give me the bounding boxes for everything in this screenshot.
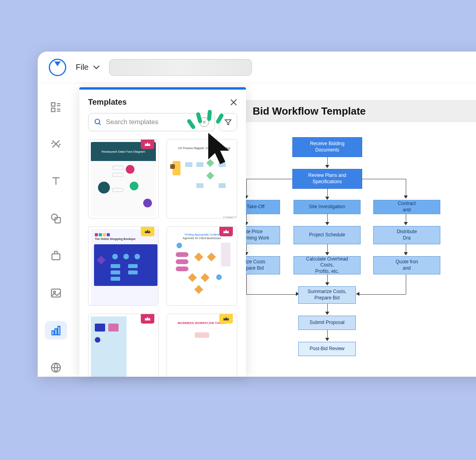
svg-rect-9	[55, 218, 61, 223]
flow-node: Review Plans and Specifications	[292, 169, 362, 189]
canvas-title: Bid Workflow Template	[253, 105, 366, 117]
flow-node: Submit Proposal	[298, 316, 356, 330]
panel-title: Templates	[88, 98, 127, 107]
flow-node: Summarize Costs,Prepare Bid	[298, 286, 356, 304]
search-icon	[94, 118, 102, 126]
sidebar-shapes-icon[interactable]	[45, 209, 67, 228]
svg-rect-10	[52, 254, 60, 260]
svg-rect-0	[52, 103, 55, 106]
flowchart: Receive Bidding Documents Review Plans a…	[209, 137, 476, 377]
flow-node: Contractand	[373, 200, 440, 214]
flow-node: Post-Bid Review	[298, 342, 356, 356]
svg-line-18	[99, 123, 101, 125]
premium-badge-icon	[141, 227, 154, 236]
svg-rect-13	[52, 331, 54, 335]
flow-node: Quote fronand	[373, 256, 440, 274]
flow-node: Calculate Overhead Costs,Profits, etc.	[294, 256, 361, 274]
sidebar-image-icon[interactable]	[45, 284, 67, 302]
close-icon[interactable]	[230, 99, 237, 106]
template-card[interactable]: Finding Appropriate Content Agencies for…	[167, 226, 237, 306]
template-card[interactable]: BUSINESS WORKFLOW CHART	[167, 314, 237, 377]
premium-badge-icon	[141, 140, 154, 149]
svg-point-12	[54, 291, 56, 293]
svg-rect-15	[58, 326, 60, 335]
sidebar-text-icon[interactable]	[45, 172, 67, 190]
sidebar-globe-icon[interactable]	[45, 358, 67, 377]
topbar: File	[38, 52, 476, 83]
sidebar-chart-icon[interactable]	[45, 321, 67, 339]
clear-search-icon[interactable]: ✕	[200, 117, 209, 127]
flow-node: Site Investigation	[294, 200, 361, 214]
template-grid: Restaurant Data Flow Diagram UX Process …	[79, 139, 246, 377]
svg-rect-14	[55, 329, 57, 335]
svg-point-17	[95, 119, 100, 124]
document-title-input[interactable]	[109, 59, 252, 76]
search-row: ✕	[79, 113, 246, 139]
premium-badge-icon	[141, 314, 154, 324]
chevron-down-icon	[93, 65, 100, 69]
filter-button[interactable]	[219, 113, 237, 131]
canvas-title-bar: Bid Workflow Template	[209, 100, 476, 122]
search-box[interactable]: ✕	[88, 113, 215, 131]
file-menu[interactable]: File	[76, 63, 100, 72]
flow-node: Receive Bidding Documents	[292, 137, 362, 157]
svg-rect-3	[52, 108, 55, 112]
template-card[interactable]: Restaurant Data Flow Diagram	[88, 139, 159, 218]
premium-badge-icon	[219, 314, 233, 324]
flow-node: Project Schedule	[294, 226, 361, 244]
template-card[interactable]: The Online Shopping Boutique	[88, 226, 159, 306]
app-logo-icon[interactable]	[49, 59, 66, 76]
sidebar-business-icon[interactable]	[45, 247, 67, 265]
flow-node: DistributeDra	[373, 226, 440, 244]
template-card[interactable]: UX Process Diagram: Connect Mobile App C…	[167, 139, 237, 218]
filter-icon	[224, 118, 232, 126]
templates-panel: Templates ✕ Restaurant Data Flow Diagram	[79, 87, 246, 377]
search-input[interactable]	[106, 118, 196, 126]
template-card[interactable]	[88, 314, 159, 377]
left-sidebar	[38, 83, 74, 377]
panel-header: Templates	[79, 90, 246, 113]
file-menu-label: File	[76, 63, 88, 72]
premium-badge-icon	[219, 227, 233, 236]
sidebar-design-icon[interactable]	[45, 135, 67, 153]
sidebar-layout-icon[interactable]	[45, 98, 67, 116]
